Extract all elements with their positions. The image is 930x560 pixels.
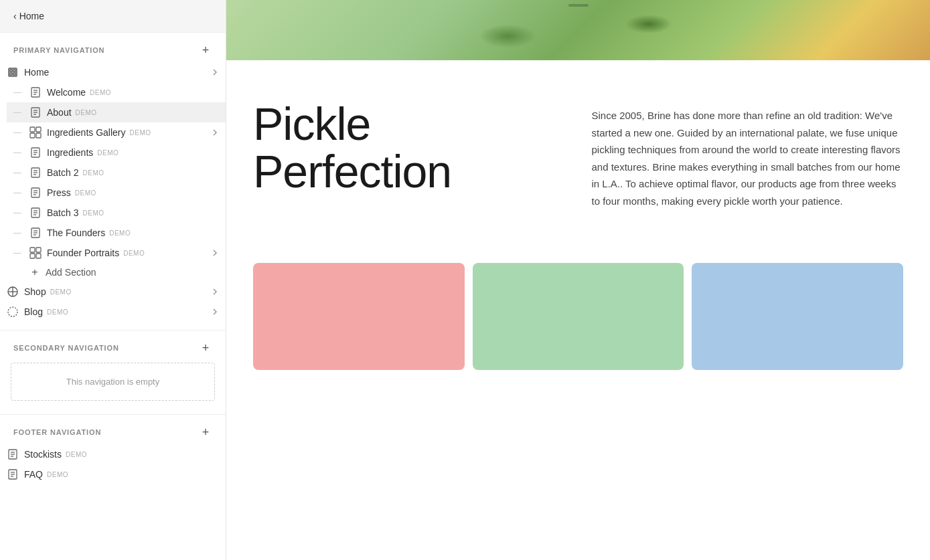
footer-nav-add-button[interactable]: + xyxy=(199,426,212,439)
add-section-label: Add Section xyxy=(46,267,96,278)
hero-banner xyxy=(226,0,930,60)
connector xyxy=(13,112,29,113)
page-icon-faq xyxy=(7,468,19,480)
connector xyxy=(13,193,29,193)
gallery-card-pink xyxy=(253,263,465,370)
nav-item-about[interactable]: About DEMO xyxy=(7,102,226,122)
page-icon-founders xyxy=(29,227,42,239)
nav-founder-portraits-label: Founder Portraits xyxy=(47,248,119,258)
blog-demo-badge: DEMO xyxy=(47,308,68,316)
nav-item-press[interactable]: Press DEMO xyxy=(7,183,226,203)
nav-blog-label: Blog xyxy=(24,306,43,317)
nav-founders-label: The Founders xyxy=(47,227,105,238)
add-section-plus-icon: + xyxy=(29,267,40,278)
welcome-demo-badge: DEMO xyxy=(90,89,111,96)
nav-sub-items: Welcome DEMO About DEMO Ingredients Gall… xyxy=(0,82,226,263)
svg-rect-38 xyxy=(36,248,41,252)
add-section-button[interactable]: + Add Section xyxy=(0,263,226,282)
secondary-nav-empty-text: This navigation is empty xyxy=(66,377,159,387)
nav-faq-label: FAQ xyxy=(24,469,43,480)
svg-rect-3 xyxy=(10,73,12,75)
secondary-nav-add-button[interactable]: + xyxy=(199,341,212,355)
nav-item-ingredients-gallery[interactable]: Ingredients Gallery DEMO xyxy=(7,122,226,143)
gallery-icon-ingredients xyxy=(29,126,42,138)
drag-handle[interactable] xyxy=(568,4,589,7)
nav-item-ingredients[interactable]: Ingredients DEMO xyxy=(7,143,226,163)
batch2-demo-badge: DEMO xyxy=(82,169,104,177)
about-demo-badge: DEMO xyxy=(76,109,97,116)
nav-batch3-label: Batch 3 xyxy=(47,207,78,218)
svg-rect-4 xyxy=(13,73,15,75)
nav-item-faq[interactable]: FAQ DEMO xyxy=(0,464,226,484)
svg-rect-40 xyxy=(36,254,41,258)
primary-nav-title: PRIMARY NAVIGATION xyxy=(13,46,104,54)
svg-rect-16 xyxy=(36,133,41,138)
svg-rect-14 xyxy=(36,127,41,132)
connector xyxy=(13,173,29,173)
primary-nav-add-button[interactable]: + xyxy=(199,43,212,57)
nav-home-label: Home xyxy=(24,67,49,78)
blog-icon xyxy=(7,306,19,318)
svg-rect-1 xyxy=(10,70,12,72)
home-chevron-icon xyxy=(210,67,220,78)
svg-rect-39 xyxy=(30,254,35,258)
ingredients-gallery-chevron xyxy=(210,127,220,138)
nav-item-welcome[interactable]: Welcome DEMO xyxy=(7,82,226,102)
pickle-perfection-heading: Pickle Perfection xyxy=(253,100,565,196)
svg-rect-13 xyxy=(30,127,35,132)
blog-chevron-icon xyxy=(210,306,220,317)
founder-portraits-chevron xyxy=(210,248,220,258)
page-icon-stockists xyxy=(7,448,19,460)
nav-about-label: About xyxy=(47,107,72,118)
shop-demo-badge: DEMO xyxy=(50,288,72,296)
nav-stockists-label: Stockists xyxy=(24,449,62,460)
connector xyxy=(13,213,29,213)
nav-ingredients-gallery-label: Ingredients Gallery xyxy=(47,127,126,138)
page-icon-batch2 xyxy=(29,167,42,179)
primary-nav-section: PRIMARY NAVIGATION + Home xyxy=(0,33,226,327)
footer-nav-section: FOOTER NAVIGATION + Stockists DEMO FAQ D… xyxy=(0,414,226,490)
connector xyxy=(13,153,29,153)
nav-item-home[interactable]: Home xyxy=(0,62,226,82)
svg-rect-37 xyxy=(30,248,35,252)
nav-item-stockists[interactable]: Stockists DEMO xyxy=(0,444,226,464)
shop-icon xyxy=(7,286,19,298)
shop-chevron-icon xyxy=(210,286,220,297)
connector xyxy=(13,92,29,93)
nav-item-blog[interactable]: Blog DEMO xyxy=(0,302,226,322)
page-icon-welcome xyxy=(29,86,42,98)
nav-item-batch2[interactable]: Batch 2 DEMO xyxy=(7,163,226,183)
home-icon xyxy=(7,66,19,78)
nav-item-batch3[interactable]: Batch 3 DEMO xyxy=(7,203,226,223)
founder-portraits-demo-badge: DEMO xyxy=(123,250,145,257)
back-home-link[interactable]: ‹ Home xyxy=(0,0,226,33)
nav-ingredients-label: Ingredients xyxy=(47,147,93,158)
page-icon-press xyxy=(29,187,42,199)
about-description-text: Since 2005, Brine has done more than ref… xyxy=(592,100,904,209)
footer-nav-title: FOOTER NAVIGATION xyxy=(13,428,101,436)
nav-batch2-label: Batch 2 xyxy=(47,167,78,178)
main-content: Pickle Perfection Since 2005, Brine has … xyxy=(226,0,930,560)
nav-item-founder-portraits[interactable]: Founder Portraits DEMO xyxy=(7,243,226,263)
svg-point-44 xyxy=(8,307,17,316)
nav-shop-label: Shop xyxy=(24,286,46,297)
secondary-nav-header: SECONDARY NAVIGATION + xyxy=(0,341,226,360)
primary-nav-header: PRIMARY NAVIGATION + xyxy=(0,43,226,62)
press-demo-badge: DEMO xyxy=(75,189,96,197)
nav-item-founders[interactable]: The Founders DEMO xyxy=(7,223,226,243)
sidebar: ‹ Home PRIMARY NAVIGATION + Home xyxy=(0,0,226,560)
ingredients-gallery-demo-badge: DEMO xyxy=(130,129,151,136)
gallery-card-blue xyxy=(692,263,903,370)
bottom-gallery xyxy=(226,250,930,397)
heading-line1: Pickle xyxy=(253,98,370,149)
founders-demo-badge: DEMO xyxy=(109,229,131,237)
page-icon-batch3 xyxy=(29,207,42,219)
connector xyxy=(13,233,29,234)
batch3-demo-badge: DEMO xyxy=(82,209,104,217)
connector xyxy=(13,253,29,254)
gallery-icon-portraits xyxy=(29,247,42,259)
nav-welcome-label: Welcome xyxy=(47,87,86,98)
nav-item-shop[interactable]: Shop DEMO xyxy=(0,282,226,302)
page-icon-ingredients xyxy=(29,147,42,159)
faq-demo-badge: DEMO xyxy=(47,471,68,478)
